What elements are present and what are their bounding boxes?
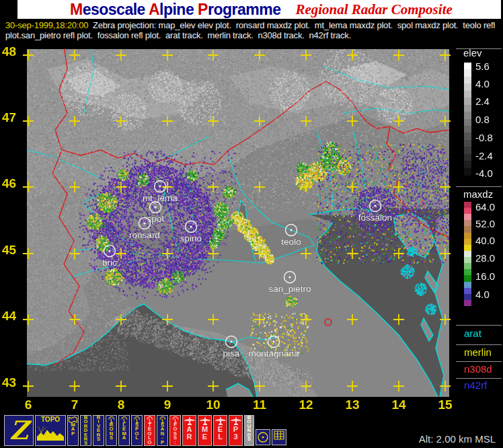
toolbar-button-borders[interactable]: BORDERS <box>80 415 91 446</box>
toolbar-button-lema[interactable]: LEMA <box>118 415 130 446</box>
scale-segment <box>464 140 471 147</box>
lon-tick-12: 12 <box>299 398 313 412</box>
track-legend-merlin: merlin <box>464 346 492 358</box>
lat-tick-43: 43 <box>2 375 22 390</box>
lon-tick-6: 6 <box>25 398 32 412</box>
plane-icon <box>184 416 195 426</box>
scale-segment <box>464 112 471 119</box>
title-bar: Mesoscale Alpine Programme Regional Rada… <box>17 0 501 19</box>
toolbar-button-spol[interactable]: SPOL <box>131 415 143 446</box>
scale-tick: -2.4 <box>475 150 493 161</box>
plane-icon <box>215 416 226 426</box>
toolbar-button-stations[interactable] <box>256 429 270 445</box>
toolbar-button-letters: RIVERS <box>97 416 100 441</box>
scale-tick: 2.4 <box>475 96 490 107</box>
title-segment: P <box>198 1 208 18</box>
zebra-z-icon: Z <box>9 416 28 445</box>
lat-tick-48: 48 <box>2 44 22 59</box>
toolbar-button-ar[interactable]: AR <box>182 415 196 446</box>
scale-segment <box>464 119 471 126</box>
separator <box>456 361 502 362</box>
scale-segment <box>464 77 471 84</box>
track-legend-n308d: n308d <box>464 363 492 375</box>
track-legend-arat: arat <box>464 328 481 339</box>
lon-tick-15: 15 <box>438 398 452 412</box>
altitude-readout: Alt: 2.00 km MSL <box>419 433 496 445</box>
toolbar-button-bounds[interactable]: BOUNDS <box>244 415 254 446</box>
lat-tick-44: 44 <box>2 309 22 324</box>
toolbar-button-letters: SAN-P <box>161 423 164 445</box>
toolbar-button-zebra[interactable]: Z <box>4 415 34 446</box>
toolbar-button-el[interactable]: EL <box>213 415 227 446</box>
lon-tick-7: 7 <box>71 398 79 412</box>
track-legend-n42rf: n42rf <box>464 379 487 391</box>
scale-tick: 5.6 <box>475 61 490 72</box>
grid-icon <box>274 431 284 440</box>
toolbar-button-teolo[interactable]: TEOLO <box>144 415 155 446</box>
plane-icon <box>200 416 210 426</box>
separator <box>456 186 502 187</box>
scale-tick: 64.0 <box>475 201 495 213</box>
lat-tick-46: 46 <box>2 176 22 191</box>
toolbar-button-letters: AR <box>187 426 192 441</box>
separator <box>456 344 502 345</box>
toolbar-button-rivers[interactable]: RIVERS <box>93 415 104 446</box>
map-viewport[interactable] <box>27 49 449 397</box>
title-segment: M <box>70 1 83 18</box>
toolbar-button-letters: P3 <box>233 426 238 441</box>
scale-segment <box>464 300 471 307</box>
lon-tick-10: 10 <box>206 398 220 412</box>
scale-segment <box>464 69 471 77</box>
scale-segment <box>464 91 471 98</box>
toolbar-button-me[interactable]: ME <box>198 415 212 446</box>
page-subtitle: Regional Radar Composite <box>295 1 452 18</box>
circle-dot-icon <box>256 431 270 444</box>
toolbar-button-topo[interactable]: TOPO <box>35 415 66 446</box>
lat-tick-47: 47 <box>2 110 22 125</box>
toolbar-button-letters: EL <box>218 426 223 441</box>
scale-tick: 4.0 <box>475 78 490 89</box>
zebra-radar-app: Mesoscale Alpine Programme Regional Rada… <box>0 0 503 448</box>
title-segment: rogramme <box>208 1 280 18</box>
status-text-1: Zebra projection: map_elev elev plot. ro… <box>88 20 495 30</box>
radar-echo-layer <box>27 49 449 397</box>
toolbar-button-letters: ME <box>202 426 208 441</box>
lat-tick-45: 45 <box>2 243 22 258</box>
toolbar-button-san-p[interactable]: SAN-P <box>157 415 168 446</box>
scale-tick: 40.0 <box>475 235 495 246</box>
scale-segment <box>464 98 471 105</box>
maxdz-scale-title: maxdz <box>463 188 493 200</box>
scale-segment <box>464 105 471 112</box>
scale-segment <box>464 133 471 140</box>
toolbar-button-letters: RONS <box>110 423 114 441</box>
toolbar-button-foss[interactable]: FOSS: <box>169 415 181 446</box>
lon-tick-9: 9 <box>164 398 171 412</box>
title-segment: lpine <box>159 1 198 18</box>
toolbar-button-letters: FOSS: <box>173 423 178 445</box>
scale-segment <box>464 83 471 91</box>
lon-tick-8: 8 <box>118 398 125 412</box>
scale-tick: -0.8 <box>475 132 493 143</box>
toolbar-button-map[interactable]: MAP <box>67 415 79 446</box>
scale-segment <box>464 154 471 161</box>
scale-segment <box>464 161 471 168</box>
toolbar-button-label: TOPO <box>41 416 60 424</box>
scale-tick: 0.8 <box>475 114 490 125</box>
title-segment: esoscale <box>83 1 149 18</box>
scale-tick: 28.0 <box>475 252 495 264</box>
separator <box>456 325 502 326</box>
title-segment: A <box>149 1 159 18</box>
page-title: Mesoscale Alpine Programme <box>70 1 280 19</box>
toolbar-button-p3[interactable]: P3 <box>229 415 243 446</box>
status-line-2: plot.san_pietro refl plot. fossalon refl… <box>5 30 351 40</box>
toolbar-button-letters: MAP <box>71 423 75 436</box>
toolbar-button-letters: BORDERS <box>84 416 88 446</box>
scale-tick: 4.0 <box>475 289 490 300</box>
plane-icon <box>231 416 241 426</box>
toolbar-button-rons[interactable]: RONS <box>106 415 117 446</box>
toolbar-button-gridlines[interactable] <box>272 429 286 445</box>
status-timestamp: 30-sep-1999,18:20:00 <box>5 20 88 30</box>
scale-segment <box>464 63 471 70</box>
scale-segment <box>464 168 471 176</box>
scale-tick: 52.0 <box>475 218 495 229</box>
